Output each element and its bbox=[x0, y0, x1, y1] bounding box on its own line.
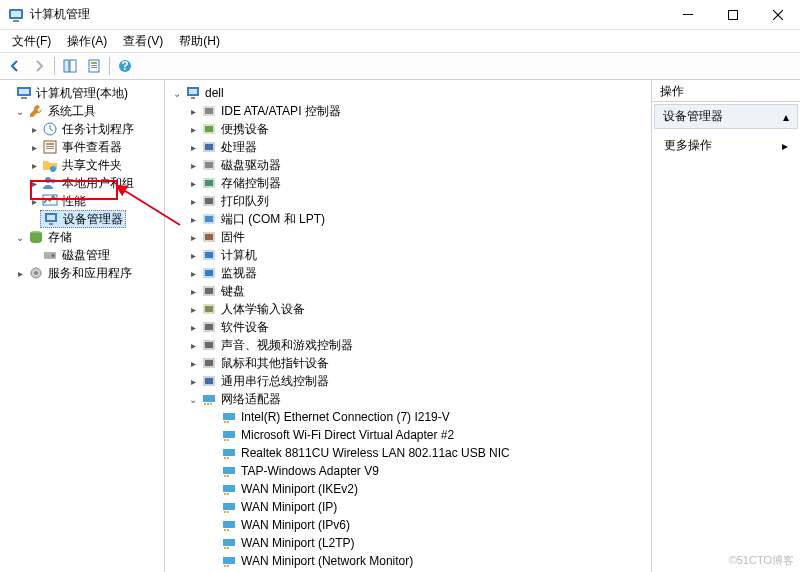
network-adapter-item[interactable]: Realtek 8811CU Wireless LAN 802.11ac USB… bbox=[165, 444, 651, 462]
menu-view[interactable]: 查看(V) bbox=[115, 31, 171, 52]
expander-icon[interactable]: ▸ bbox=[187, 141, 199, 153]
network-adapter-item[interactable]: WAN Miniport (Network Monitor) bbox=[165, 552, 651, 570]
tree-root[interactable]: ▸ 计算机管理(本地) bbox=[0, 84, 164, 102]
tree-shared-folders[interactable]: ▸共享文件夹 bbox=[0, 156, 164, 174]
expander-icon[interactable]: ▸ bbox=[28, 195, 40, 207]
menu-file[interactable]: 文件(F) bbox=[4, 31, 59, 52]
app-icon bbox=[8, 7, 24, 23]
device-category-mice[interactable]: ▸鼠标和其他指针设备 bbox=[165, 354, 651, 372]
svg-rect-37 bbox=[205, 108, 213, 114]
expander-icon[interactable]: ▸ bbox=[187, 267, 199, 279]
network-adapter-item[interactable]: WAN Miniport (L2TP) bbox=[165, 534, 651, 552]
expander-icon[interactable]: ▸ bbox=[187, 123, 199, 135]
back-button[interactable] bbox=[4, 55, 26, 77]
device-category-ide[interactable]: ▸IDE ATA/ATAPI 控制器 bbox=[165, 102, 651, 120]
titlebar: 计算机管理 bbox=[0, 0, 800, 30]
tree-disk-management[interactable]: ▸磁盘管理 bbox=[0, 246, 164, 264]
device-category-ports[interactable]: ▸端口 (COM 和 LPT) bbox=[165, 210, 651, 228]
expander-icon[interactable]: ▸ bbox=[14, 267, 26, 279]
network-adapter-item[interactable]: WAN Miniport (IKEv2) bbox=[165, 480, 651, 498]
device-tree[interactable]: ⌄dell ▸IDE ATA/ATAPI 控制器▸便携设备▸处理器▸磁盘驱动器▸… bbox=[165, 80, 652, 572]
expander-icon[interactable]: ▸ bbox=[187, 321, 199, 333]
device-category-usb[interactable]: ▸通用串行总线控制器 bbox=[165, 372, 651, 390]
device-category-print_queue[interactable]: ▸打印队列 bbox=[165, 192, 651, 210]
expander-icon[interactable]: ▸ bbox=[187, 249, 199, 261]
expander-icon[interactable]: ⌄ bbox=[187, 393, 199, 405]
device-category-portable[interactable]: ▸便携设备 bbox=[165, 120, 651, 138]
tree-event-viewer[interactable]: ▸事件查看器 bbox=[0, 138, 164, 156]
tree-services-apps[interactable]: ▸服务和应用程序 bbox=[0, 264, 164, 282]
svg-rect-1 bbox=[13, 20, 19, 22]
services-icon bbox=[28, 265, 44, 281]
svg-rect-65 bbox=[205, 360, 213, 366]
device-category-computer[interactable]: ▸计算机 bbox=[165, 246, 651, 264]
expander-icon[interactable]: ▸ bbox=[28, 123, 40, 135]
ide-controller-icon bbox=[201, 103, 217, 119]
svg-rect-67 bbox=[205, 378, 213, 384]
expander-icon[interactable]: ⌄ bbox=[14, 231, 26, 243]
device-category-software_dev[interactable]: ▸软件设备 bbox=[165, 318, 651, 336]
network-adapter-icon bbox=[221, 499, 237, 515]
actions-section-title[interactable]: 设备管理器 ▴ bbox=[654, 104, 798, 129]
svg-rect-98 bbox=[227, 565, 229, 567]
svg-point-23 bbox=[51, 179, 56, 184]
software-device-icon bbox=[201, 319, 217, 335]
menu-action[interactable]: 操作(A) bbox=[59, 31, 115, 52]
tree-storage[interactable]: ⌄存储 bbox=[0, 228, 164, 246]
svg-rect-18 bbox=[46, 143, 54, 145]
network-adapter-icon bbox=[221, 409, 237, 425]
expander-icon[interactable]: ▸ bbox=[28, 141, 40, 153]
expander-icon[interactable]: ▸ bbox=[187, 105, 199, 117]
expander-icon[interactable]: ⌄ bbox=[171, 87, 183, 99]
svg-rect-14 bbox=[19, 89, 29, 94]
expander-icon[interactable]: ▸ bbox=[187, 357, 199, 369]
forward-button[interactable] bbox=[28, 55, 50, 77]
device-category-disk_drives[interactable]: ▸磁盘驱动器 bbox=[165, 156, 651, 174]
device-category-monitors[interactable]: ▸监视器 bbox=[165, 264, 651, 282]
network-adapter-item[interactable]: TAP-Windows Adapter V9 bbox=[165, 462, 651, 480]
help-button[interactable]: ? bbox=[114, 55, 136, 77]
expander-icon[interactable]: ▸ bbox=[187, 231, 199, 243]
device-category-network[interactable]: ⌄网络适配器 bbox=[165, 390, 651, 408]
expander-icon[interactable]: ▸ bbox=[187, 213, 199, 225]
close-button[interactable] bbox=[755, 0, 800, 30]
svg-rect-85 bbox=[224, 493, 226, 495]
tree-local-users[interactable]: ▸本地用户和组 bbox=[0, 174, 164, 192]
device-category-hid[interactable]: ▸人体学输入设备 bbox=[165, 300, 651, 318]
device-root[interactable]: ⌄dell bbox=[165, 84, 651, 102]
properties-button[interactable] bbox=[83, 55, 105, 77]
menu-help[interactable]: 帮助(H) bbox=[171, 31, 228, 52]
expander-icon[interactable]: ▸ bbox=[28, 159, 40, 171]
network-adapter-item[interactable]: WAN Miniport (IPv6) bbox=[165, 516, 651, 534]
expander-icon[interactable]: ⌄ bbox=[14, 105, 26, 117]
expander-icon[interactable]: ▸ bbox=[28, 177, 40, 189]
device-category-sound[interactable]: ▸声音、视频和游戏控制器 bbox=[165, 336, 651, 354]
svg-rect-87 bbox=[223, 503, 235, 510]
more-actions[interactable]: 更多操作 ▸ bbox=[652, 131, 800, 160]
maximize-button[interactable] bbox=[710, 0, 755, 30]
show-hide-tree-button[interactable] bbox=[59, 55, 81, 77]
device-category-cpu[interactable]: ▸处理器 bbox=[165, 138, 651, 156]
tree-system-tools[interactable]: ⌄ 系统工具 bbox=[0, 102, 164, 120]
console-tree[interactable]: ▸ 计算机管理(本地) ⌄ 系统工具 ▸任务计划程序 ▸事件查看器 ▸共享文件夹… bbox=[0, 80, 165, 572]
expander-icon[interactable]: ▸ bbox=[187, 159, 199, 171]
tree-device-manager[interactable]: ▸设备管理器 bbox=[0, 210, 164, 228]
printer-icon bbox=[201, 193, 217, 209]
tree-task-scheduler[interactable]: ▸任务计划程序 bbox=[0, 120, 164, 138]
device-category-firmware[interactable]: ▸固件 bbox=[165, 228, 651, 246]
network-adapter-item[interactable]: WAN Miniport (IP) bbox=[165, 498, 651, 516]
expander-icon[interactable]: ▸ bbox=[187, 339, 199, 351]
svg-rect-61 bbox=[205, 324, 213, 330]
network-adapter-icon bbox=[221, 445, 237, 461]
expander-icon[interactable]: ▸ bbox=[187, 177, 199, 189]
expander-icon[interactable]: ▸ bbox=[187, 375, 199, 387]
tree-performance[interactable]: ▸性能 bbox=[0, 192, 164, 210]
minimize-button[interactable] bbox=[665, 0, 710, 30]
network-adapter-item[interactable]: Microsoft Wi-Fi Direct Virtual Adapter #… bbox=[165, 426, 651, 444]
expander-icon[interactable]: ▸ bbox=[187, 303, 199, 315]
device-category-keyboards[interactable]: ▸键盘 bbox=[165, 282, 651, 300]
expander-icon[interactable]: ▸ bbox=[187, 285, 199, 297]
network-adapter-item[interactable]: Intel(R) Ethernet Connection (7) I219-V bbox=[165, 408, 651, 426]
device-category-storage_ctrl[interactable]: ▸存储控制器 bbox=[165, 174, 651, 192]
expander-icon[interactable]: ▸ bbox=[187, 195, 199, 207]
